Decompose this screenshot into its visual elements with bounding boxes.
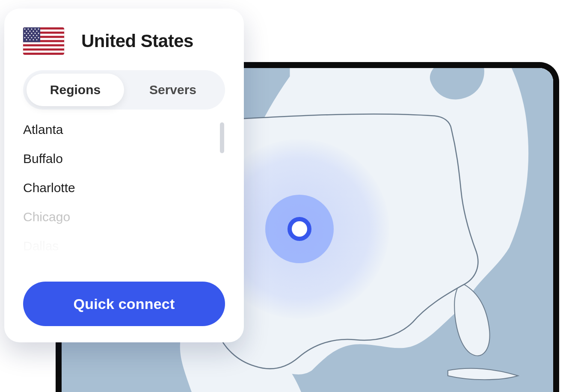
us-flag-icon [23,27,64,55]
svg-point-35 [36,39,38,41]
panel-header: United States [23,27,225,55]
svg-point-21 [35,33,36,34]
svg-point-26 [36,35,38,36]
svg-point-32 [26,39,27,41]
svg-point-29 [31,37,33,39]
region-item[interactable]: Buffalo [23,151,225,166]
svg-point-28 [28,37,29,39]
svg-point-12 [35,29,36,30]
svg-point-13 [38,29,39,30]
region-list: Atlanta Buffalo Charlotte Chicago Dallas [23,122,225,253]
tab-servers[interactable]: Servers [124,74,222,106]
svg-point-10 [28,29,29,30]
svg-point-17 [36,31,38,32]
svg-point-24 [30,35,31,36]
tab-regions[interactable]: Regions [27,74,124,106]
svg-rect-6 [23,46,64,48]
country-name: United States [81,31,193,51]
region-item[interactable]: Atlanta [23,122,225,137]
svg-point-16 [33,31,34,32]
region-label: Atlanta [23,122,63,137]
svg-point-33 [30,39,31,41]
svg-point-19 [28,33,29,34]
region-label: Buffalo [23,151,63,166]
location-panel: United States Regions Servers Atlanta Bu… [4,9,244,342]
region-label: Chicago [23,210,70,224]
svg-point-27 [24,37,26,39]
svg-point-30 [35,37,36,39]
tab-switcher: Regions Servers [23,70,225,110]
svg-point-23 [26,35,27,36]
region-label: Dallas [23,239,59,253]
svg-point-22 [38,33,39,34]
tab-servers-label: Servers [149,83,196,97]
region-label: Charlotte [23,181,75,195]
svg-point-14 [26,31,27,32]
region-scroll-area[interactable]: Atlanta Buffalo Charlotte Chicago Dallas [23,122,225,278]
region-item[interactable]: Charlotte [23,181,225,195]
tab-regions-label: Regions [50,83,101,97]
svg-point-34 [33,39,34,41]
svg-point-18 [24,33,26,34]
quick-connect-label: Quick connect [74,296,175,312]
svg-point-11 [31,29,33,30]
svg-point-20 [31,33,33,34]
svg-point-15 [30,31,31,32]
region-item[interactable]: Chicago [23,210,225,224]
svg-rect-7 [23,50,64,53]
svg-point-9 [24,29,26,30]
quick-connect-button[interactable]: Quick connect [23,282,225,326]
svg-point-25 [33,35,34,36]
region-item[interactable]: Dallas [23,239,225,253]
scrollbar-thumb[interactable] [220,122,224,153]
svg-rect-5 [23,42,64,44]
svg-point-31 [38,37,39,39]
